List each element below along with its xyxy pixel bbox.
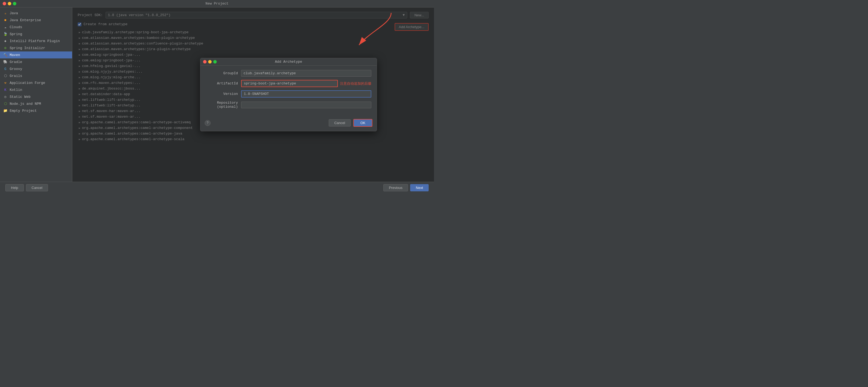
- sidebar-item-label: Kotlin: [10, 88, 22, 92]
- grails-icon: ⬡: [3, 74, 7, 78]
- modal-min-button[interactable]: [208, 60, 212, 63]
- spring-icon: 🍃: [3, 32, 7, 36]
- modal-close-button[interactable]: [203, 60, 207, 63]
- sidebar-item-label: Java: [10, 11, 18, 15]
- sidebar-item-nodejs[interactable]: ⬡ Node.js and NPM: [0, 100, 72, 107]
- java-icon: ☕: [3, 11, 7, 15]
- sidebar-item-label: Java Enterprise: [10, 18, 41, 22]
- nodejs-icon: ⬡: [3, 101, 7, 106]
- sidebar-item-label: Empty Project: [10, 109, 37, 113]
- groovy-icon: G: [3, 67, 7, 71]
- groupid-input[interactable]: [241, 70, 371, 77]
- version-label: Version: [206, 92, 238, 96]
- sidebar-item-grails[interactable]: ⬡ Grails: [0, 72, 72, 79]
- close-button[interactable]: [3, 2, 6, 5]
- add-archetype-dialog: Add Archetype GroupId ArtifactId 注意自动追加的…: [200, 58, 377, 131]
- help-button[interactable]: Help: [5, 184, 24, 191]
- sidebar-item-intellij[interactable]: ◆ IntelliJ Platform Plugin: [0, 37, 72, 44]
- main-layout: ☕ Java ■ Java Enterprise ☁ Clouds 🍃 Spri…: [0, 7, 434, 182]
- artifactid-field: ArtifactId 注意自动追加的后缀: [206, 80, 371, 87]
- cloud-icon: ☁: [3, 25, 7, 29]
- sidebar-item-java[interactable]: ☕ Java: [0, 10, 72, 17]
- repository-label: Repository (optional): [206, 101, 238, 109]
- window-title: New Project: [206, 2, 228, 6]
- sidebar-item-label: Gradle: [10, 60, 22, 64]
- sidebar-item-application-forge[interactable]: ⚒ Application Forge: [0, 79, 72, 86]
- java-ent-icon: ■: [3, 18, 7, 22]
- sidebar-item-label: Clouds: [10, 25, 22, 29]
- modal-ok-button[interactable]: OK: [353, 119, 372, 127]
- maven-icon: 🔨: [3, 53, 7, 57]
- artifactid-input[interactable]: [241, 80, 338, 87]
- sidebar-item-label: Maven: [10, 53, 20, 57]
- version-field: Version: [206, 90, 371, 97]
- sidebar-item-maven[interactable]: 🔨 Maven: [0, 52, 72, 58]
- sidebar-item-groovy[interactable]: G Groovy: [0, 65, 72, 72]
- modal-titlebar: Add Archetype: [200, 58, 377, 66]
- content-area: Project SDK: 1.8 (java version "1.8.0_25…: [72, 7, 434, 182]
- footer: Help Cancel Previous Next: [0, 182, 434, 194]
- sidebar-item-java-enterprise[interactable]: ■ Java Enterprise: [0, 17, 72, 24]
- sidebar-item-label: Grails: [10, 74, 22, 78]
- window-controls: [3, 2, 16, 5]
- modal-body: GroupId ArtifactId 注意自动追加的后缀 Version: [200, 66, 377, 116]
- intellij-icon: ◆: [3, 39, 7, 43]
- appforge-icon: ⚒: [3, 81, 7, 85]
- sidebar-item-label: IntelliJ Platform Plugin: [10, 39, 60, 43]
- next-button[interactable]: Next: [410, 184, 429, 191]
- groupid-field: GroupId: [206, 70, 371, 77]
- sidebar-item-spring[interactable]: 🍃 Spring: [0, 31, 72, 37]
- sidebar: ☕ Java ■ Java Enterprise ☁ Clouds 🍃 Spri…: [0, 7, 72, 182]
- sidebar-item-label: Spring Initializr: [10, 46, 45, 50]
- footer-left: Help Cancel: [5, 184, 48, 191]
- title-bar: New Project: [0, 0, 434, 7]
- sidebar-item-gradle[interactable]: 🐘 Gradle: [0, 58, 72, 65]
- modal-title: Add Archetype: [275, 60, 302, 64]
- kotlin-icon: K: [3, 88, 7, 92]
- empty-icon: 📁: [3, 109, 7, 113]
- modal-max-button[interactable]: [213, 60, 217, 63]
- modal-footer-left: ?: [205, 120, 326, 126]
- gradle-icon: 🐘: [3, 60, 7, 64]
- staticweb-icon: ◎: [3, 95, 7, 99]
- sidebar-item-clouds[interactable]: ☁ Clouds: [0, 24, 72, 31]
- footer-right: Previous Next: [383, 184, 429, 191]
- previous-button[interactable]: Previous: [383, 184, 408, 191]
- sidebar-item-label: Application Forge: [10, 81, 45, 85]
- sidebar-item-label: Groovy: [10, 67, 22, 71]
- sidebar-item-kotlin[interactable]: K Kotlin: [0, 86, 72, 93]
- note-text: 注意自动追加的后缀: [340, 81, 371, 86]
- spring-init-icon: ⚙: [3, 46, 7, 50]
- help-icon-button[interactable]: ?: [205, 120, 211, 126]
- modal-cancel-button[interactable]: Cancel: [329, 119, 351, 126]
- sidebar-item-empty[interactable]: 📁 Empty Project: [0, 107, 72, 114]
- maximize-button[interactable]: [13, 2, 16, 5]
- artifactid-label: ArtifactId: [206, 82, 238, 86]
- sidebar-item-static-web[interactable]: ◎ Static Web: [0, 93, 72, 100]
- repository-field: Repository (optional): [206, 101, 371, 109]
- sidebar-item-spring-initializr[interactable]: ⚙ Spring Initializr: [0, 44, 72, 52]
- version-input[interactable]: [241, 90, 371, 97]
- minimize-button[interactable]: [8, 2, 11, 5]
- sidebar-item-label: Static Web: [10, 95, 31, 99]
- sidebar-item-label: Spring: [10, 32, 22, 36]
- sidebar-item-label: Node.js and NPM: [10, 102, 41, 106]
- groupid-label: GroupId: [206, 71, 238, 75]
- repository-input[interactable]: [241, 101, 371, 108]
- cancel-button[interactable]: Cancel: [26, 184, 48, 191]
- modal-footer: ? Cancel OK: [200, 116, 377, 131]
